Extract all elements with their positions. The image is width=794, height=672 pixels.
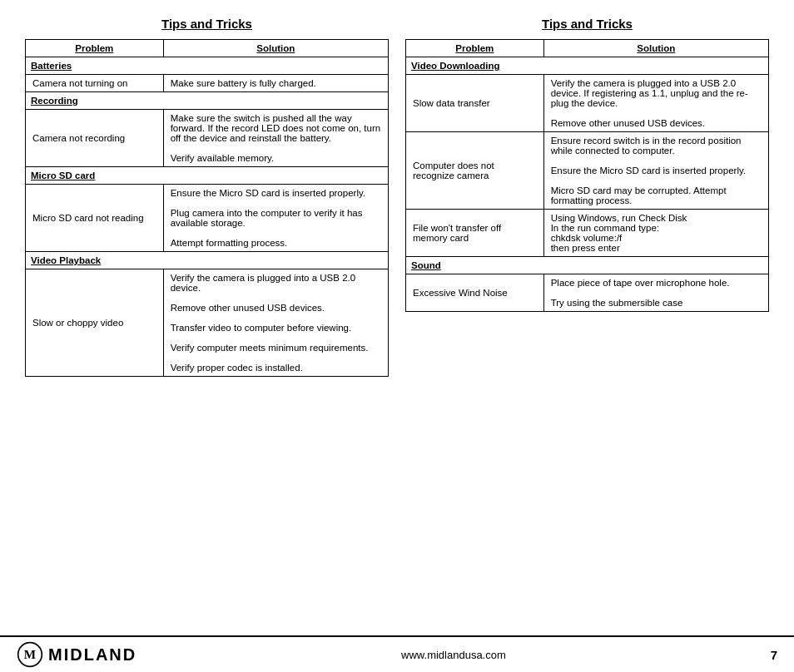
right-solution-header: Solution — [543, 40, 768, 57]
solution-cell: Verify the camera is plugged into a USB … — [543, 75, 768, 132]
left-title: Tips and Tricks — [25, 17, 389, 31]
brand-name: MIDLAND — [48, 645, 136, 665]
footer-page: 7 — [771, 648, 777, 662]
left-column: Tips and Tricks Problem Solution Batteri… — [25, 17, 389, 627]
table-row: Micro SD card — [26, 167, 389, 185]
table-row: Camera not recordingMake sure the switch… — [26, 110, 389, 167]
brand-logo: M MIDLAND — [17, 641, 136, 668]
solution-cell: Verify the camera is plugged into a USB … — [163, 269, 388, 377]
problem-cell: Micro SD card not reading — [26, 185, 164, 252]
footer-url: www.midlandusa.com — [401, 649, 506, 661]
table-row: Sound — [406, 257, 769, 274]
problem-cell: Camera not turning on — [26, 75, 164, 92]
table-row: Video Downloading — [406, 57, 769, 75]
section-header-cell: Recording — [26, 92, 389, 110]
solution-cell: Make sure the switch is pushed all the w… — [163, 110, 388, 167]
table-row: File won't transfer off memory cardUsing… — [406, 210, 769, 257]
right-table: Problem Solution Video DownloadingSlow d… — [405, 39, 769, 312]
section-header-cell: Batteries — [26, 57, 389, 75]
solution-cell: Make sure battery is fully charged. — [163, 75, 388, 92]
right-title: Tips and Tricks — [405, 17, 769, 31]
solution-cell: Ensure the Micro SD card is inserted pro… — [163, 185, 388, 252]
table-row: Recording — [26, 92, 389, 110]
solution-cell: Using Windows, run Check DiskIn the run … — [543, 210, 768, 257]
left-problem-header: Problem — [26, 40, 164, 57]
table-row: Batteries — [26, 57, 389, 75]
solution-cell: Ensure record switch is in the record po… — [543, 132, 768, 210]
midland-logo-icon: M — [17, 641, 43, 668]
table-row: Slow data transferVerify the camera is p… — [406, 75, 769, 132]
left-table: Problem Solution BatteriesCamera not tur… — [25, 39, 389, 377]
right-problem-header: Problem — [406, 40, 544, 57]
problem-cell: Slow or choppy video — [26, 269, 164, 377]
footer: M MIDLAND www.midlandusa.com 7 — [0, 635, 794, 672]
problem-cell: Slow data transfer — [406, 75, 544, 132]
right-column: Tips and Tricks Problem Solution Video D… — [405, 17, 769, 627]
svg-text:M: M — [24, 647, 36, 661]
problem-cell: File won't transfer off memory card — [406, 210, 544, 257]
table-row: Slow or choppy videoVerify the camera is… — [26, 269, 389, 377]
section-header-cell: Micro SD card — [26, 167, 389, 185]
left-solution-header: Solution — [163, 40, 388, 57]
section-header-cell: Sound — [406, 257, 769, 274]
table-row: Video Playback — [26, 252, 389, 269]
table-row: Camera not turning onMake sure battery i… — [26, 75, 389, 92]
table-row: Computer does not recognize cameraEnsure… — [406, 132, 769, 210]
table-row: Micro SD card not readingEnsure the Micr… — [26, 185, 389, 252]
problem-cell: Excessive Wind Noise — [406, 274, 544, 312]
table-row: Excessive Wind NoisePlace piece of tape … — [406, 274, 769, 312]
problem-cell: Computer does not recognize camera — [406, 132, 544, 210]
solution-cell: Place piece of tape over microphone hole… — [543, 274, 768, 312]
section-header-cell: Video Downloading — [406, 57, 769, 75]
problem-cell: Camera not recording — [26, 110, 164, 167]
section-header-cell: Video Playback — [26, 252, 389, 269]
main-content: Tips and Tricks Problem Solution Batteri… — [0, 0, 794, 635]
